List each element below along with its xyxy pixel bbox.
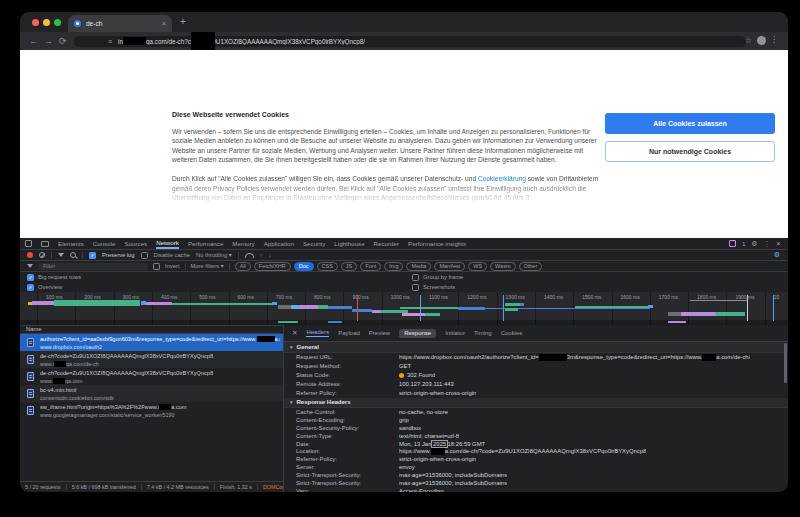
devtools-tab-security[interactable]: Security (303, 238, 325, 249)
header-value: Accept-Encoding (399, 488, 444, 492)
page-content: Diese Webseite verwendet Cookies Wir ver… (20, 50, 788, 238)
throttling-select[interactable]: No throttling ▾ (196, 252, 232, 258)
filter-chip-img[interactable]: Img (384, 262, 403, 271)
devtools-tab-console[interactable]: Console (93, 238, 116, 249)
redaction-box (702, 354, 716, 361)
network-request-row[interactable]: de-ch?code=Zu9U1XOZI8QAAAAAAQmgIX38xVCPq… (20, 368, 283, 385)
detail-tab-timing[interactable]: Timing (474, 330, 492, 336)
header-row: Referrer Policy:strict-origin-when-cross… (284, 389, 788, 398)
network-summary-bar: 5 / 20 requests5.6 kB / 698 kB transferr… (20, 481, 283, 492)
zoom-window-button[interactable] (54, 19, 61, 26)
filter-input[interactable] (38, 263, 148, 270)
filter-chip-css[interactable]: CSS (317, 262, 338, 271)
filter-chip-other[interactable]: Other (519, 262, 543, 271)
filter-chip-ws[interactable]: WS (468, 262, 487, 271)
detail-tab-headers[interactable]: Headers (306, 329, 329, 337)
devtools-tab-application[interactable]: Application (264, 238, 294, 249)
detail-tab-payload[interactable]: Payload (338, 330, 360, 336)
tune-icon[interactable]: ≡ (108, 38, 112, 45)
more-filters-dropdown[interactable]: More filters ▾ (191, 263, 224, 269)
address-bar[interactable]: ≡ inqa.com/de-ch?code=Zu9U1XOZI8QAAAAAAQ… (74, 36, 746, 47)
close-window-button[interactable] (32, 19, 39, 26)
back-icon[interactable]: ← (29, 36, 38, 46)
inspect-element-icon[interactable] (25, 240, 32, 247)
network-request-row[interactable]: bc-v4.min.htmlconsentcdn.cookiebot.com/s… (20, 385, 283, 402)
necessary-cookies-only-button[interactable]: Nur notwendige Cookies (605, 141, 775, 162)
waterfall-bar (425, 313, 440, 316)
detail-tab-cookies[interactable]: Cookies (501, 330, 523, 336)
screenshots-checkbox[interactable] (412, 284, 419, 291)
waterfall-bar (668, 312, 681, 316)
waterfall-bar (716, 312, 745, 316)
new-tab-button[interactable]: + (180, 17, 186, 27)
header-row: Strict-Transport-Security:max-age=315360… (284, 471, 788, 479)
network-overview-timeline[interactable]: 100 ms200 ms300 ms400 ms500 ms600 ms700 … (20, 292, 788, 326)
filter-chip-js[interactable]: JS (341, 262, 357, 271)
network-request-row[interactable]: de-ch?code=Zu9U1XOZI8QAAAAAAQmgIX38xVCPq… (20, 351, 283, 368)
big-request-rows-checkbox[interactable]: ✓ (27, 274, 34, 281)
network-request-row[interactable]: sw_iframe.html?origin=https%3A%2F%2Fwww.… (20, 402, 283, 419)
filter-chip-wasm[interactable]: Wasm (490, 262, 515, 271)
devtools-close-icon[interactable]: ✕ (776, 240, 781, 247)
issues-icon[interactable] (729, 240, 736, 247)
url-suffix: qa.com/de-ch?code=Zu9U1XOZI8QAAAAAAQmgIX… (146, 38, 365, 45)
section-header[interactable]: ▾General (284, 342, 788, 353)
filter-icon[interactable] (58, 253, 64, 257)
network-conditions-icon[interactable] (245, 253, 254, 258)
section-header[interactable]: ▾Response Headers (284, 398, 788, 409)
forward-icon[interactable]: → (44, 36, 53, 46)
reload-icon[interactable]: ⟳ (59, 36, 67, 46)
group-by-frame-checkbox[interactable] (412, 274, 419, 281)
export-har-icon[interactable]: ↓ (269, 252, 272, 258)
devtools-tab-recorder[interactable]: Recorder (374, 238, 399, 249)
header-value: https://www.dropbox.com/oauth2/authorize… (399, 354, 750, 361)
device-toolbar-icon[interactable] (41, 241, 49, 247)
detail-tab-initiator[interactable]: Initiator (445, 330, 465, 336)
detail-close-icon[interactable]: ✕ (292, 329, 297, 337)
browser-menu-icon[interactable]: ⋮ (770, 35, 778, 44)
detail-tab-response[interactable]: Response (399, 329, 436, 338)
devtools-tab-performance-insights[interactable]: Performance insights (408, 238, 466, 249)
import-har-icon[interactable]: ↑ (260, 252, 263, 258)
name-column-header[interactable]: Name (20, 325, 283, 334)
filter-chip-manifest[interactable]: Manifest (434, 262, 465, 271)
bookmark-star-icon[interactable]: ☆ (745, 36, 752, 45)
minimize-window-button[interactable] (43, 19, 50, 26)
detail-tab-preview[interactable]: Preview (369, 330, 390, 336)
filter-chip-doc[interactable]: Doc (294, 262, 314, 271)
preserve-log-checkbox[interactable]: ✓ (89, 252, 96, 259)
network-request-row[interactable]: authorize?client_id=aa0sxbl9gon603m&resp… (20, 334, 283, 351)
tab-close-icon[interactable]: × (162, 20, 166, 27)
scrollbar[interactable] (784, 343, 787, 383)
filter-chip-font[interactable]: Font (360, 262, 381, 271)
paragraph-text: Durch Klick auf "Alle Cookies zulassen" … (172, 175, 478, 182)
devtools-tab-memory[interactable]: Memory (232, 238, 254, 249)
redaction-box (539, 354, 567, 361)
filter-chip-media[interactable]: Media (406, 262, 431, 271)
profile-avatar[interactable] (757, 36, 766, 45)
browser-tab[interactable]: de-ch × (68, 15, 172, 32)
invert-checkbox[interactable] (153, 263, 160, 270)
cookie-declaration-link[interactable]: Cookieerklärung (478, 175, 526, 182)
waterfall-bar (146, 302, 172, 305)
overview-checkbox[interactable]: ✓ (27, 284, 34, 291)
devtools-tab-elements[interactable]: Elements (58, 238, 84, 249)
clear-network-log-icon[interactable] (39, 252, 45, 258)
devtools-tab-sources[interactable]: Sources (125, 238, 148, 249)
network-settings-gear-icon[interactable]: ⚙ (774, 251, 780, 259)
header-row: Request Method:GET (284, 362, 788, 371)
waterfall-bar (278, 305, 291, 309)
devtools-tab-network[interactable]: Network (156, 238, 179, 249)
devtools-more-icon[interactable]: ⋮ (764, 240, 770, 247)
search-icon[interactable] (70, 252, 76, 258)
request-name: de-ch?code=Zu9U1XOZI8QAAAAAAQmgIX38xVCPq… (40, 353, 280, 359)
devtools-tab-lighthouse[interactable]: Lighthouse (334, 238, 364, 249)
text-segment: strict-origin-when-cross-origin (399, 390, 476, 396)
disable-cache-checkbox[interactable] (141, 252, 148, 259)
devtools-settings-gear-icon[interactable]: ⚙ (751, 240, 757, 248)
devtools-tab-performance[interactable]: Performance (188, 238, 223, 249)
filter-chip-fetch-xhr[interactable]: Fetch/XHR (254, 262, 291, 271)
filter-chip-all[interactable]: All (235, 262, 251, 271)
accept-all-cookies-button[interactable]: Alle Cookies zulassen (605, 113, 775, 134)
record-network-log-button[interactable] (27, 252, 33, 258)
